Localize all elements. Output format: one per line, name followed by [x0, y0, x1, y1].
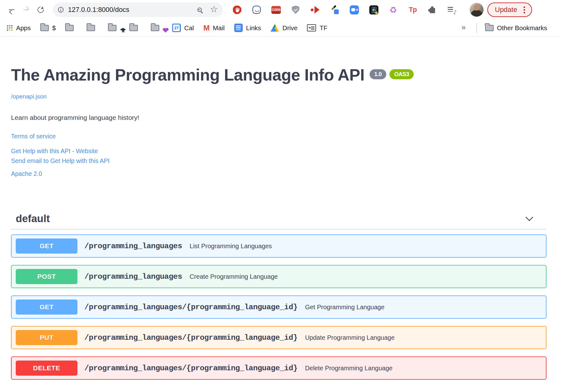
redirect-arrow-icon[interactable] [310, 5, 320, 15]
openapi-spec-link[interactable]: /openapi.json [11, 93, 47, 100]
doc-icon [307, 24, 316, 31]
bookmark-item[interactable]: » [462, 25, 466, 31]
folder-icon [65, 25, 74, 31]
endpoint-path: /programming_languages [84, 242, 182, 250]
info-link[interactable]: Terms of service [11, 133, 56, 140]
bookmark-item[interactable]: Drive [270, 24, 298, 32]
folder-icon [108, 25, 116, 31]
page-title: The Amazing Programming Language Info AP… [11, 66, 547, 84]
back-arrow-icon [8, 6, 15, 14]
method-badge: POST [16, 269, 77, 284]
endpoint-summary: List Programming Languages [190, 243, 272, 250]
bookmark-item[interactable]: $ [40, 24, 56, 32]
method-badge: GET [16, 300, 77, 315]
bookmark-label: » [462, 24, 466, 31]
browser-toolbar: 127.0.0.1:8000/docs ☆ CORSTp Update [0, 0, 561, 20]
tampermonkey-icon[interactable]: Tp [408, 5, 418, 15]
bookmark-label: Drive [282, 24, 298, 32]
version-badges: 1.0 OAS3 [370, 69, 414, 79]
back-button[interactable] [4, 3, 19, 17]
section-header-default[interactable]: default [11, 213, 547, 225]
eyedropper-icon[interactable] [330, 5, 340, 15]
zoom-lens-icon[interactable] [197, 8, 202, 12]
bookmark-item[interactable] [87, 25, 99, 31]
bookmark-item[interactable] [65, 25, 77, 31]
endpoint-row-get[interactable]: GET/programming_languages/{programming_l… [11, 295, 547, 319]
browser-chrome: 127.0.0.1:8000/docs ☆ CORSTp Update Apps… [0, 0, 561, 36]
folder-icon [129, 25, 138, 31]
oas3-badge: OAS3 [389, 69, 414, 79]
apps-grid-icon [7, 25, 13, 31]
video-camera-icon[interactable] [349, 5, 359, 15]
section-divider [11, 229, 547, 229]
gmail-icon [203, 24, 209, 32]
endpoint-row-post[interactable]: POST/programming_languagesCreate Program… [11, 265, 547, 288]
cors-icon[interactable]: CORS [271, 5, 281, 15]
puzzle-icon[interactable] [427, 5, 437, 15]
shield-icon[interactable] [291, 5, 301, 15]
api-description: Learn about programming language history… [11, 114, 547, 121]
update-button[interactable]: Update [487, 3, 532, 17]
endpoint-summary: Delete Programming Language [305, 365, 393, 372]
endpoint-list: GET/programming_languagesList Programmin… [11, 234, 547, 380]
api-title-text: The Amazing Programming Language Info AP… [11, 66, 365, 84]
bookmark-star-icon[interactable]: ☆ [210, 5, 218, 14]
swagger-page: The Amazing Programming Language Info AP… [0, 66, 561, 380]
bookmark-label: TF [320, 24, 327, 32]
bookmarks-separator [476, 23, 477, 33]
bookmark-item[interactable]: Other Bookmarks [485, 24, 547, 32]
profile-avatar[interactable] [470, 3, 484, 17]
endpoint-row-delete[interactable]: DELETE/programming_languages/{programmin… [11, 356, 547, 380]
recycle-icon[interactable] [388, 5, 398, 15]
url-text[interactable]: 127.0.0.1:8000/docs [68, 6, 197, 14]
extension-icons: CORSTp [227, 5, 462, 15]
bookmark-item[interactable] [151, 25, 163, 31]
folder-icon [87, 25, 95, 31]
bookmark-item[interactable]: Mail [203, 24, 225, 32]
endpoint-path: /programming_languages/{programming_lang… [84, 333, 298, 342]
address-bar[interactable]: 127.0.0.1:8000/docs ☆ [53, 3, 223, 17]
endpoint-summary: Get Programming Language [305, 304, 384, 311]
page-info-icon[interactable] [58, 7, 64, 13]
endpoint-row-get[interactable]: GET/programming_languagesList Programmin… [11, 234, 547, 258]
bookmark-label: Other Bookmarks [497, 24, 547, 32]
update-label: Update [495, 6, 517, 14]
playlist-icon[interactable] [447, 5, 457, 15]
chevron-down-icon[interactable] [525, 213, 533, 221]
bookmark-label: Apps [16, 24, 31, 32]
section-title: default [16, 213, 50, 225]
bookmark-label: Links [246, 24, 261, 32]
bookmark-item[interactable] [129, 25, 141, 31]
info-link[interactable]: Apache 2.0 [11, 170, 42, 177]
bookmark-label: Mail [213, 24, 225, 32]
endpoint-row-put[interactable]: PUT/programming_languages/{programming_l… [11, 326, 547, 349]
endpoint-path: /programming_languages/{programming_lang… [84, 303, 298, 311]
drive-icon [270, 24, 279, 32]
reload-icon [36, 5, 45, 14]
endpoint-summary: Update Programming Language [305, 334, 395, 341]
bookmark-item[interactable]: Links [234, 24, 261, 32]
bookmark-item[interactable]: Apps [7, 24, 31, 32]
forward-button[interactable] [19, 3, 33, 17]
browser-menu-icon[interactable] [524, 9, 525, 11]
links-icon [234, 24, 243, 32]
forward-arrow-icon [22, 6, 30, 14]
reload-button[interactable] [33, 3, 48, 17]
adblock-icon[interactable] [232, 5, 242, 15]
folder-icon [151, 25, 159, 31]
method-badge: GET [16, 238, 77, 254]
endpoint-path: /programming_languages/{programming_lang… [84, 364, 298, 372]
bookmark-item[interactable]: 27Cal [172, 24, 194, 32]
folder-icon [485, 25, 494, 31]
react-devtools-icon[interactable] [369, 5, 379, 15]
bookmark-item[interactable] [108, 25, 120, 31]
endpoint-summary: Create Programming Language [190, 273, 278, 280]
bookmark-item[interactable]: TF [307, 24, 327, 32]
info-link[interactable]: Get Help with this API - Website [11, 148, 98, 155]
endpoint-path: /programming_languages [84, 272, 182, 281]
bookmark-label: Cal [184, 24, 194, 32]
chat-bubble-icon[interactable] [252, 5, 262, 15]
info-link[interactable]: Send email to Get Help with this API [11, 157, 110, 165]
folder-icon [40, 25, 49, 31]
method-badge: DELETE [16, 361, 77, 376]
